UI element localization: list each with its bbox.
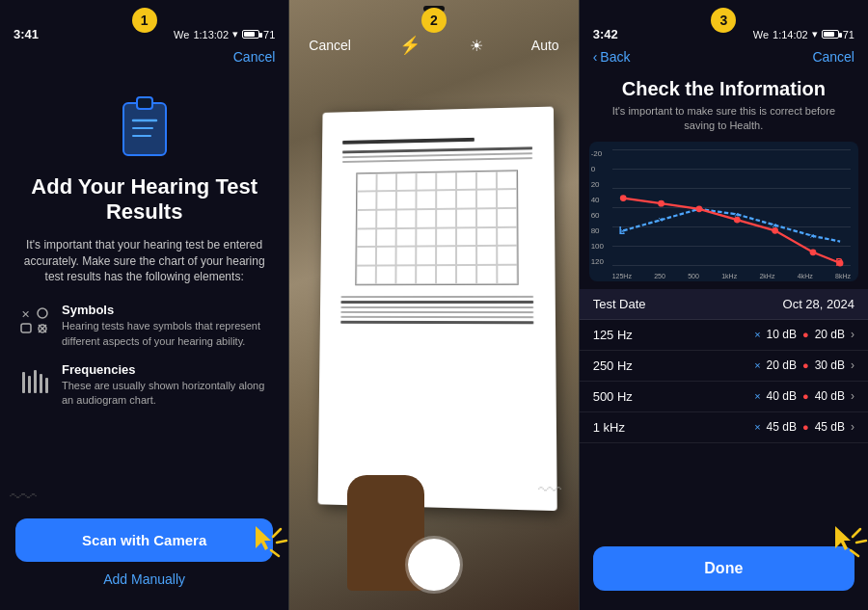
svg-point-33: [836, 259, 843, 266]
svg-rect-11: [22, 372, 25, 393]
step-3-badge: 3: [711, 8, 736, 33]
svg-point-30: [734, 216, 741, 223]
table-row[interactable]: 1 kHz × 45 dB ● 45 dB ›: [580, 412, 868, 443]
cancel-button-1[interactable]: Cancel: [233, 49, 276, 65]
doc-line-9: [341, 320, 534, 323]
done-button[interactable]: Done: [593, 546, 854, 591]
test-date-row[interactable]: Test Date Oct 28, 2024: [580, 289, 868, 320]
freq-label-1: 250 Hz: [593, 358, 755, 373]
doc-title-line: [343, 138, 475, 145]
y-label-6: 100: [591, 242, 604, 251]
svg-point-29: [695, 205, 702, 212]
sun-icon[interactable]: ☀: [470, 37, 483, 55]
x-label-3: 1kHz: [721, 273, 737, 279]
add-manually-link[interactable]: Add Manually: [15, 571, 273, 587]
y-label-1: 0: [591, 165, 604, 173]
symbols-item: ✕ Symbols Hearing tests have symbols tha…: [19, 303, 269, 349]
back-button[interactable]: ‹ Back: [593, 49, 631, 65]
freq-values-2: × 40 dB ● 40 dB ›: [754, 389, 854, 403]
symbols-icon: ✕: [19, 305, 50, 335]
svg-point-6: [38, 308, 47, 318]
svg-rect-1: [137, 97, 152, 109]
right-val-0: 20 dB: [815, 328, 845, 341]
freq-label-2: 500 Hz: [593, 389, 755, 404]
scan-button[interactable]: Scan with Camera: [15, 518, 273, 562]
svg-point-28: [658, 200, 665, 207]
doc-line-8: [341, 316, 534, 318]
y-label-5: 80: [591, 226, 604, 235]
left-val-2: 40 dB: [767, 389, 797, 403]
wifi-icon-3: ▾: [812, 28, 818, 40]
screen1-subtitle: It's important that your hearing test be…: [19, 237, 269, 285]
doc-grid: [356, 170, 519, 285]
y-label-3: 40: [591, 196, 604, 204]
svg-rect-15: [45, 378, 48, 393]
time-3: 3:42: [593, 27, 618, 41]
service-1: We: [174, 29, 189, 40]
doc-line-3: [343, 157, 533, 163]
left-marker-3: ×: [754, 421, 760, 433]
doc-line-5: [341, 301, 534, 304]
freq-values-3: × 45 dB ● 45 dB ›: [754, 420, 854, 434]
frequencies-icon: [19, 364, 50, 395]
svg-point-31: [772, 227, 778, 234]
svg-text:×: ×: [620, 225, 625, 235]
nav-bar-1: Cancel: [0, 45, 288, 72]
x-label-4: 2kHz: [759, 273, 774, 279]
screen3-title: Check the Information: [580, 70, 868, 104]
right-marker-0: ●: [802, 329, 809, 340]
right-marker-2: ●: [802, 390, 809, 402]
table-row[interactable]: 250 Hz × 20 dB ● 30 dB ›: [580, 351, 868, 382]
battery-percent-3: 71: [843, 29, 854, 40]
right-marker-3: ●: [802, 421, 809, 433]
freq-label-0: 125 Hz: [593, 328, 755, 342]
y-label-2: 20: [591, 180, 604, 189]
x-axis-labels: 125Hz 250 500 1kHz 2kHz 4kHz 8kHz: [612, 273, 851, 279]
step-2-badge: 2: [421, 8, 447, 33]
left-marker-2: ×: [754, 390, 760, 402]
screen1-title: Add Your Hearing Test Results: [19, 174, 269, 225]
symbols-body: Hearing tests have symbols that represen…: [62, 319, 269, 349]
shutter-button[interactable]: [408, 539, 460, 591]
svg-point-27: [620, 195, 627, 201]
clipboard-icon: [116, 92, 174, 159]
table-row[interactable]: 125 Hz × 10 dB ● 20 dB ›: [580, 320, 868, 351]
back-chevron-icon: ‹: [593, 49, 598, 65]
svg-text:✕: ✕: [21, 308, 30, 320]
back-label: Back: [600, 49, 630, 65]
svg-rect-13: [34, 370, 37, 393]
duration-3: 1:14:02: [773, 29, 808, 40]
left-val-1: 20 dB: [767, 358, 797, 372]
right-marker-1: ●: [802, 359, 809, 371]
status-right-3: We 1:14:02 ▾ 71: [753, 28, 854, 40]
cursor-decoration-1: [246, 521, 281, 560]
screen3-subtitle: It's important to make sure this is corr…: [580, 104, 868, 142]
doc-line-4: [341, 296, 534, 298]
step-1-badge: 1: [132, 8, 157, 33]
duration-1: 1:13:02: [193, 29, 229, 40]
test-date-label: Test Date: [593, 297, 783, 311]
cam-nav: Cancel ⚡ ☀ Auto: [289, 31, 578, 64]
battery-3: [822, 30, 839, 39]
table-row[interactable]: 500 Hz × 40 dB ● 40 dB ›: [580, 382, 868, 412]
symbols-heading: Symbols: [62, 303, 269, 317]
right-val-3: 45 dB: [815, 420, 845, 434]
svg-rect-14: [40, 374, 42, 393]
wifi-icon-1: ▾: [232, 28, 238, 40]
service-3: We: [753, 29, 769, 40]
screen-1: 1 3:41 We 1:13:02 ▾ 71 Cancel: [0, 0, 288, 610]
cam-cancel-button[interactable]: Cancel: [309, 38, 351, 53]
cancel-button-3[interactable]: Cancel: [812, 49, 854, 65]
freq-values-0: × 10 dB ● 20 dB ›: [754, 328, 854, 341]
x-label-1: 250: [654, 273, 665, 279]
left-val-3: 45 dB: [767, 420, 797, 434]
cursor-decoration-3: [826, 521, 860, 560]
battery-1: [242, 30, 259, 39]
svg-text:×: ×: [658, 215, 663, 225]
time-1: 3:41: [14, 27, 39, 41]
symbols-text: Symbols Hearing tests have symbols that …: [62, 303, 269, 349]
flash-icon[interactable]: ⚡: [399, 35, 420, 56]
left-val-0: 10 dB: [767, 328, 797, 341]
status-right-1: We 1:13:02 ▾ 71: [174, 28, 275, 40]
x-label-0: 125Hz: [612, 273, 632, 279]
